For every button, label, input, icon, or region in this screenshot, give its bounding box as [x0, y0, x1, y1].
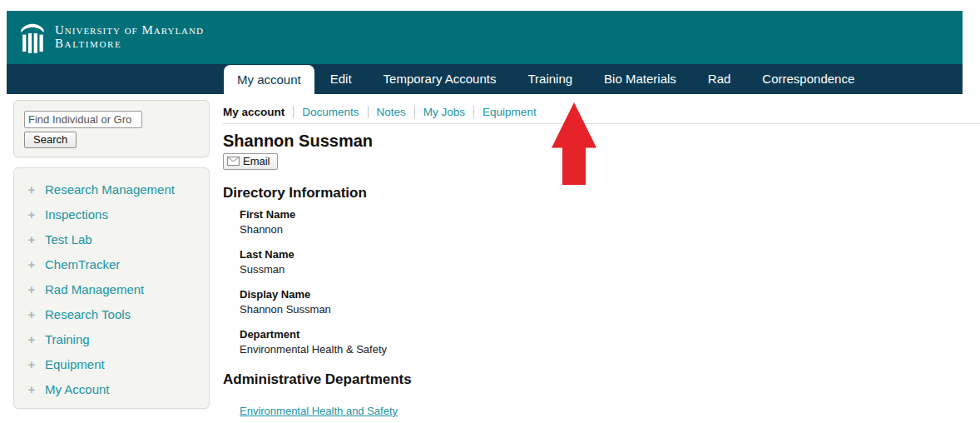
admin-department-link-ehs[interactable]: Environmental Health and Safety — [240, 405, 398, 417]
sidebar-item-label: Rad Management — [45, 282, 144, 296]
tab-correspondence[interactable]: Correspondence — [746, 64, 870, 94]
sidebar-item-inspections[interactable]: + Inspections — [26, 202, 209, 226]
sidebar-item-label: Inspections — [45, 207, 108, 221]
tab-temporary-accounts[interactable]: Temporary Accounts — [368, 64, 512, 94]
sidebar-item-label: Research Management — [45, 182, 175, 197]
find-individual-input[interactable] — [24, 111, 142, 128]
admin-departments-heading: Administrative Departments — [223, 371, 980, 388]
plus-icon: + — [26, 382, 37, 396]
field-value: Sussman — [240, 263, 980, 276]
plus-icon: + — [26, 182, 37, 197]
plus-icon: + — [26, 282, 37, 296]
sidebar-item-equipment[interactable]: + Equipment — [26, 351, 209, 376]
page: University of Maryland Baltimore My acco… — [0, 0, 980, 423]
tab-rad[interactable]: Rad — [692, 64, 747, 94]
sidebar-item-my-account[interactable]: + My Account — [26, 376, 209, 401]
plus-icon: + — [26, 332, 37, 346]
brand-line1: University of Maryland — [55, 24, 204, 37]
sidebar-item-label: My Account — [45, 382, 110, 396]
main-content: My account Documents Notes My Jobs Equip… — [223, 94, 980, 418]
sidebar-item-label: ChemTracker — [45, 257, 120, 271]
field-label: Last Name — [240, 248, 980, 261]
plus-icon: + — [26, 207, 37, 221]
sidebar-item-label: Equipment — [45, 357, 105, 371]
directory-heading: Directory Information — [223, 185, 980, 202]
umb-logo: University of Maryland Baltimore — [18, 20, 204, 55]
search-button[interactable]: Search — [24, 132, 77, 148]
directory-fields: First Name Shannon Last Name Sussman Dis… — [240, 208, 980, 356]
tab-my-account[interactable]: My account — [224, 65, 314, 94]
top-nav-bar: My account Edit Temporary Accounts Train… — [7, 64, 963, 94]
sidebar-item-rad-management[interactable]: + Rad Management — [26, 276, 209, 301]
plus-icon: + — [26, 232, 37, 246]
sidebar-item-research-management[interactable]: + Research Management — [26, 177, 209, 202]
field-value: Shannon — [240, 223, 980, 236]
subnav-divider — [223, 123, 980, 124]
field-value: Shannon Sussman — [240, 303, 980, 316]
email-button[interactable]: Email — [223, 153, 278, 170]
subnav: My account Documents Notes My Jobs Equip… — [223, 106, 980, 118]
sidebar-search-panel: Search — [13, 100, 210, 157]
field-display-name: Display Name Shannon Sussman — [240, 288, 980, 316]
subnav-link-documents[interactable]: Documents — [293, 106, 359, 118]
subnav-current: My account — [223, 106, 285, 118]
tab-row: My account Edit Temporary Accounts Train… — [7, 64, 963, 94]
email-button-label: Email — [243, 155, 270, 167]
brand-header: University of Maryland Baltimore — [7, 11, 963, 64]
field-first-name: First Name Shannon — [240, 208, 980, 236]
sidebar-menu: + Research Management + Inspections + Te… — [13, 167, 210, 409]
plus-icon: + — [26, 257, 37, 271]
sidebar-item-label: Research Tools — [45, 307, 131, 321]
plus-icon: + — [26, 307, 37, 321]
tab-edit[interactable]: Edit — [314, 64, 368, 94]
sidebar-item-research-tools[interactable]: + Research Tools — [26, 301, 209, 326]
tab-bio-materials[interactable]: Bio Materials — [588, 64, 692, 94]
field-department: Department Environmental Health & Safety — [240, 328, 980, 356]
field-label: Display Name — [240, 288, 980, 301]
field-value: Environmental Health & Safety — [240, 343, 980, 356]
sidebar-item-chemtracker[interactable]: + ChemTracker — [26, 251, 209, 276]
brand-line2: Baltimore — [55, 37, 204, 51]
tab-training[interactable]: Training — [512, 64, 588, 94]
subnav-link-notes[interactable]: Notes — [368, 106, 406, 118]
field-label: First Name — [240, 208, 980, 221]
umb-column-icon — [18, 20, 47, 55]
subnav-link-equipment[interactable]: Equipment — [473, 106, 537, 118]
sidebar-item-label: Training — [45, 332, 90, 346]
sidebar-item-test-lab[interactable]: + Test Lab — [26, 226, 209, 251]
page-title: Shannon Sussman — [223, 132, 980, 151]
plus-icon: + — [26, 357, 37, 371]
sidebar-item-training[interactable]: + Training — [26, 326, 209, 351]
brand-text: University of Maryland Baltimore — [55, 24, 204, 51]
sidebar-item-label: Test Lab — [45, 232, 92, 246]
field-last-name: Last Name Sussman — [240, 248, 980, 276]
subnav-link-my-jobs[interactable]: My Jobs — [414, 106, 465, 118]
field-label: Department — [240, 328, 980, 341]
envelope-icon — [227, 157, 240, 166]
